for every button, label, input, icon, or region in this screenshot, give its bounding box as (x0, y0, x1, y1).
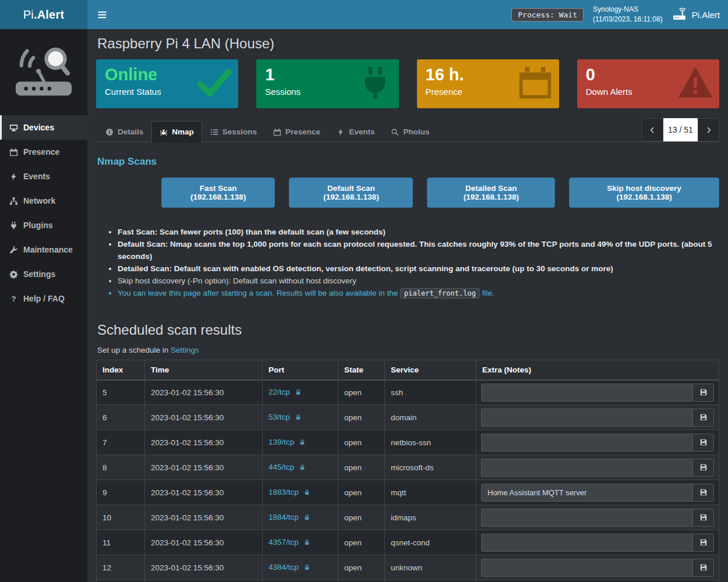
settings-link[interactable]: Settings (171, 346, 199, 354)
note-input[interactable] (481, 534, 692, 552)
scan-descriptions: Fast Scan: Scan fewer ports (100) than t… (96, 226, 719, 300)
router-icon (672, 8, 687, 22)
port-link[interactable]: 4384/tcp (268, 563, 299, 572)
sidebar-item-presence[interactable]: Presence (0, 140, 87, 164)
cell-time: 2023-01-02 15:56:30 (145, 480, 263, 505)
topbar: Process: Wait Synology-NAS (11/03/2023, … (87, 0, 728, 29)
save-note-button[interactable] (692, 434, 714, 452)
schedule-hint: Set up a schedule in Settings (97, 346, 719, 354)
card-down-alerts: 0 Down Alerts (577, 59, 719, 108)
sidebar-item-events[interactable]: Events (0, 164, 87, 189)
cell-port: 139/tcp (263, 430, 338, 455)
next-device-button[interactable] (698, 118, 719, 141)
tab-events[interactable]: Events (328, 121, 383, 142)
save-icon (699, 438, 708, 446)
lock-icon (303, 539, 310, 548)
host-timestamp: (11/03/2023, 16:11:08) (593, 15, 663, 24)
tab-nmap[interactable]: Nmap (151, 121, 202, 142)
cell-state: open (338, 505, 385, 530)
save-note-button[interactable] (692, 384, 714, 402)
cell-time: 2023-01-02 15:56:30 (145, 380, 263, 405)
port-link[interactable]: 139/tcp (268, 438, 294, 446)
cell-port: 445/tcp (263, 455, 338, 480)
cell-state: open (338, 530, 385, 555)
save-note-button[interactable] (692, 409, 714, 427)
cell-service: microsoft-ds (385, 455, 476, 480)
warning-icon (677, 65, 713, 101)
scan-buttons: Fast Scan (192.168.1.138)Default Scan (1… (161, 178, 719, 208)
cell-notes (476, 430, 719, 455)
note-input[interactable] (481, 484, 692, 502)
cell-port: 4384/tcp (263, 555, 338, 580)
port-link[interactable]: 4357/tcp (268, 538, 299, 546)
cell-state: open (338, 405, 385, 430)
cell-service: domain (385, 405, 476, 430)
sidebar-item-settings[interactable]: Settings (0, 262, 87, 286)
note-input[interactable] (481, 459, 692, 477)
sidebar-item-plugins[interactable]: Plugins (0, 213, 87, 237)
wrench-icon (9, 246, 18, 254)
lock-icon (295, 414, 302, 423)
cell-service: ssh (385, 380, 476, 405)
app-logo[interactable]: Pi.Alert (0, 0, 87, 29)
cell-port: 8123/tcp (263, 580, 338, 582)
sidebar-item-devices[interactable]: Devices (0, 115, 87, 140)
scan-description-item: Skip host discovery (-Pn option): Defaul… (118, 275, 719, 287)
note-input[interactable] (481, 509, 692, 527)
save-note-button[interactable] (692, 459, 714, 477)
main-content: Raspberry Pi 4 LAN (House) Today Online … (87, 29, 728, 582)
tab-presence[interactable]: Presence (265, 121, 328, 142)
device-tabs: Details Nmap Sessions Presence Events Ph… (96, 121, 719, 142)
save-note-button[interactable] (692, 484, 714, 502)
chevron-left-icon (649, 126, 656, 134)
port-link[interactable]: 1883/tcp (268, 488, 299, 496)
save-icon (699, 413, 708, 421)
table-header-cell: Port (263, 360, 338, 380)
note-input[interactable] (481, 434, 692, 452)
table-row: 8 2023-01-02 15:56:30 445/tcp open micro… (97, 455, 719, 480)
tab-sessions[interactable]: Sessions (202, 121, 265, 142)
save-note-button[interactable] (692, 534, 714, 552)
hamburger-icon[interactable] (87, 0, 117, 29)
save-note-button[interactable] (692, 509, 714, 527)
save-icon (699, 388, 708, 396)
port-link[interactable]: 445/tcp (268, 463, 294, 471)
port-link[interactable]: 22/tcp (268, 388, 290, 396)
scan-button-default[interactable]: Default Scan (192.168.1.138) (289, 178, 413, 208)
sidebar: Devices Presence Events Network Plugins … (0, 29, 87, 582)
sidebar-item-help-faq[interactable]: ? Help / FAQ (0, 286, 87, 311)
note-input[interactable] (481, 409, 692, 427)
sidebar-item-maintenance[interactable]: Maintenance (0, 237, 87, 262)
sidebar-item-label: Devices (23, 123, 54, 132)
tab-details[interactable]: Details (97, 121, 151, 142)
scan-description-item: Default Scan: Nmap scans the top 1,000 p… (118, 238, 719, 262)
user-label: Pi.Alert (692, 10, 720, 20)
cell-index: 6 (97, 405, 145, 430)
summary-cards: Online Current Status 1 Sessions 16 h. P… (96, 59, 719, 108)
port-link[interactable]: 53/tcp (268, 413, 290, 421)
user-menu[interactable]: Pi.Alert (672, 8, 720, 22)
lock-icon (299, 439, 306, 448)
process-status-badge: Process: Wait (511, 8, 584, 22)
tab-pholus[interactable]: Pholus (383, 121, 437, 142)
calendar-icon (9, 148, 18, 157)
cell-state: open (338, 580, 385, 582)
sidebar-item-label: Events (23, 172, 50, 181)
scan-button-fast[interactable]: Fast Scan (192.168.1.138) (161, 178, 275, 208)
cell-time: 2023-01-02 15:56:30 (145, 530, 263, 555)
table-row: 12 2023-01-02 15:56:30 4384/tcp open unk… (97, 555, 719, 580)
save-note-button[interactable] (692, 559, 714, 577)
lock-icon (303, 564, 310, 573)
prev-device-button[interactable] (642, 118, 663, 141)
note-input[interactable] (481, 559, 692, 577)
cell-state: open (338, 455, 385, 480)
scan-button-skip[interactable]: Skip host discovery (192.168.1.138) (569, 178, 719, 208)
host-info: Synology-NAS (11/03/2023, 16:11:08) (593, 5, 663, 24)
cell-port: 4357/tcp (263, 530, 338, 555)
bolt-icon (337, 128, 345, 136)
list-icon (210, 128, 218, 136)
scan-button-detailed[interactable]: Detailed Scan (192.168.1.138) (427, 178, 555, 208)
sidebar-item-network[interactable]: Network (0, 189, 87, 213)
port-link[interactable]: 1884/tcp (268, 513, 299, 521)
note-input[interactable] (481, 384, 692, 402)
